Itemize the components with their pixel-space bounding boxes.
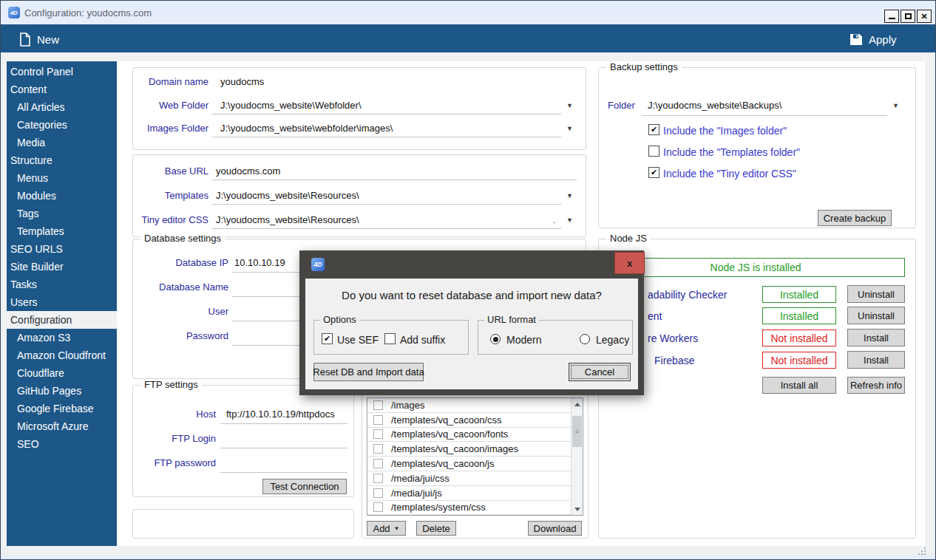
new-button[interactable]: New	[20, 31, 87, 47]
file-list[interactable]: /images /templates/vq_cacoon/css /templa…	[367, 397, 583, 516]
install-all-button[interactable]: Install all	[762, 377, 836, 394]
sidebar-item-modules[interactable]: Modules	[7, 187, 117, 205]
include-tiny-editor-css-label: Include the "Tiny editor CSS"	[663, 168, 796, 180]
file-checkbox[interactable]	[373, 444, 383, 454]
module-2-label: ent	[648, 310, 662, 322]
sidebar-item-tasks[interactable]: Tasks	[7, 276, 117, 293]
refresh-info-button[interactable]: Refresh info	[847, 377, 905, 394]
include-images-folder-label: Include the "Images folder"	[663, 125, 787, 137]
resize-grip-icon[interactable]	[918, 547, 926, 555]
include-templates-folder-checkbox[interactable]	[648, 146, 659, 157]
sidebar-item-all-articles[interactable]: All Articles	[7, 98, 117, 116]
tiny-editor-css-value[interactable]: J:\youdocms_website\Resources\	[216, 214, 359, 225]
app-window: 4D Configuration: youdocms.com ✕ New App…	[0, 0, 936, 560]
scrollbar[interactable]: ≡	[571, 398, 583, 515]
file-checkbox[interactable]	[373, 488, 383, 498]
add-suffix-checkbox[interactable]	[384, 333, 396, 344]
add-button[interactable]: Add▼	[367, 521, 406, 536]
module-firebase-label: Firebase	[654, 355, 694, 366]
backup-folder-value[interactable]: J:\youdocms_website\Backups\	[648, 100, 781, 111]
images-folder-dropdown-icon[interactable]: ▼	[566, 126, 573, 132]
modern-radio[interactable]	[490, 334, 501, 344]
sidebar-item-tags[interactable]: Tags	[7, 205, 117, 222]
scroll-down-button[interactable]	[572, 503, 583, 515]
web-folder-value[interactable]: J:\youdocms_website\Webfolder\	[220, 100, 362, 111]
module-4-action-button[interactable]: Install	[847, 351, 905, 369]
dialog-close-button[interactable]: x	[614, 252, 645, 274]
nodejs-status-banner: Node JS is installed	[606, 258, 905, 277]
file-row[interactable]: /images	[367, 398, 583, 413]
ftp-host-value[interactable]: ftp://10.10.10.19/httpdocs	[226, 409, 335, 420]
sidebar-item-media[interactable]: Media	[7, 134, 117, 151]
file-row[interactable]: /media/jui/css	[367, 471, 583, 486]
url-format-group-legend: URL format	[484, 314, 539, 325]
module-1-status: Installed	[762, 286, 836, 303]
sidebar-item-site-builder[interactable]: Site Builder	[7, 258, 117, 276]
file-checkbox[interactable]	[373, 429, 383, 439]
legacy-radio[interactable]	[580, 334, 590, 344]
sidebar-item-github-pages[interactable]: GitHub Pages	[7, 382, 117, 400]
file-checkbox[interactable]	[373, 502, 383, 512]
download-button[interactable]: Download	[528, 521, 582, 536]
maximize-button[interactable]	[901, 10, 915, 23]
use-sef-checkbox[interactable]	[322, 333, 333, 344]
file-name: /templates/vq_cacoon/images	[391, 443, 518, 454]
file-row[interactable]: /templates/vq_cacoon/images	[367, 442, 583, 457]
ftp-settings-legend: FTP settings	[140, 379, 202, 390]
tiny-editor-css-dropdown-icon[interactable]: ▼	[566, 217, 573, 224]
sidebar-item-microsoft-azure[interactable]: Microsoft Azure	[7, 417, 117, 435]
ftp-host-underline	[220, 423, 347, 424]
file-row[interactable]: /templates/vq_cacoon/fonts	[367, 428, 583, 443]
file-row[interactable]: /templates/vq_cacoon/js	[367, 457, 583, 471]
web-folder-label: Web Folder	[133, 100, 208, 111]
file-checkbox[interactable]	[373, 415, 383, 425]
include-images-folder-checkbox[interactable]	[648, 124, 659, 135]
domain-name-value[interactable]: youdocms	[220, 76, 264, 87]
maximize-icon	[905, 13, 912, 19]
module-3-action-button[interactable]: Install	[847, 329, 905, 346]
sidebar-item-users[interactable]: Users	[7, 293, 117, 311]
file-checkbox[interactable]	[373, 474, 383, 483]
create-backup-button[interactable]: Create backup	[818, 210, 892, 226]
reset-db-import-button[interactable]: Reset DB and Import data	[313, 363, 424, 381]
module-1-action-button[interactable]: Uninstall	[847, 285, 905, 303]
scrollbar-thumb[interactable]: ≡	[572, 416, 582, 447]
database-password-label: Password	[133, 330, 228, 341]
sidebar-item-configuration[interactable]: Configuration	[7, 311, 117, 329]
sidebar-item-control-panel[interactable]: Control Panel	[7, 63, 117, 81]
sidebar-item-categories[interactable]: Categories	[7, 116, 117, 134]
file-row[interactable]: /media/jui/js	[367, 486, 583, 501]
apply-button[interactable]: Apply	[849, 31, 918, 47]
database-ip-value[interactable]: 10.10.10.19	[234, 257, 285, 268]
delete-button[interactable]: Delete	[416, 521, 456, 536]
file-row[interactable]: /templates/vq_cacoon/css	[367, 413, 583, 428]
test-connection-button[interactable]: Test Connection	[262, 479, 347, 494]
cancel-button[interactable]: Cancel	[569, 363, 631, 381]
sidebar-item-menus[interactable]: Menus	[7, 169, 117, 187]
sidebar-item-cloudflare[interactable]: Cloudflare	[7, 364, 117, 382]
backup-folder-dropdown-icon[interactable]: ▼	[892, 103, 899, 109]
base-url-value[interactable]: youdocms.com	[216, 165, 280, 177]
templates-value[interactable]: J:\youdocms_website\Resources\	[216, 190, 359, 201]
sidebar-item-amazon-cloudfront[interactable]: Amazon Cloudfront	[7, 346, 117, 364]
file-checkbox[interactable]	[373, 459, 383, 468]
images-folder-value[interactable]: J:\youdocms_website\webfolder\images\	[220, 123, 393, 134]
file-checkbox[interactable]	[373, 400, 383, 410]
file-row[interactable]: /templates/system/css	[367, 501, 583, 516]
minimize-button[interactable]	[884, 10, 899, 23]
sidebar-item-seo[interactable]: SEO	[7, 435, 117, 453]
sidebar-item-amazon-s3[interactable]: Amazon S3	[7, 329, 117, 346]
sidebar-item-templates[interactable]: Templates	[7, 222, 117, 240]
sidebar-item-content[interactable]: Content	[7, 81, 117, 98]
close-button[interactable]: ✕	[917, 10, 932, 23]
sidebar-item-google-firebase[interactable]: Google Firebase	[7, 400, 117, 417]
sidebar-item-structure[interactable]: Structure	[7, 151, 117, 169]
urls-panel: Base URL youdocms.com Templates J:\youdo…	[132, 154, 586, 237]
sidebar: Control Panel Content All Articles Categ…	[7, 61, 117, 546]
module-2-action-button[interactable]: Uninstall	[847, 307, 905, 324]
web-folder-dropdown-icon[interactable]: ▼	[566, 103, 573, 109]
sidebar-item-seo-urls[interactable]: SEO URLS	[7, 240, 117, 258]
include-tiny-editor-css-checkbox[interactable]	[648, 167, 659, 178]
scroll-up-button[interactable]	[572, 398, 583, 410]
templates-dropdown-icon[interactable]: ▼	[566, 193, 573, 199]
